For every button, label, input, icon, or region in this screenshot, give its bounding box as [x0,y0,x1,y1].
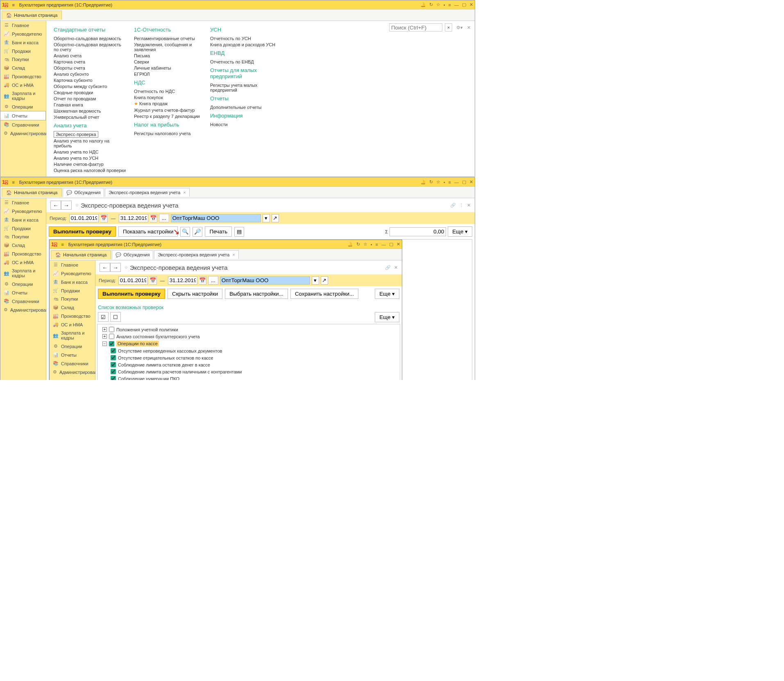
checkbox[interactable] [111,348,116,353]
calendar-icon[interactable]: 📅 [199,276,206,285]
report-link[interactable]: Регламентированные отчеты [134,35,204,41]
print-settings-icon[interactable]: ▤ [234,227,244,237]
star-icon[interactable]: ☆ [124,265,128,270]
report-link[interactable]: Анализ учета по НДС [54,149,127,155]
report-link[interactable]: Регистры налогового учета [134,130,204,136]
checkbox[interactable] [111,369,116,374]
tab-express-check[interactable]: Экспресс-проверка ведения учета × [154,250,238,259]
checkbox[interactable] [111,355,116,360]
report-link[interactable]: Книга продаж [134,100,204,107]
sidebar-item-10[interactable]: 📊Отчеты [50,351,95,359]
burger-icon[interactable]: ≡ [10,2,17,7]
filter-icon[interactable]: ≡ [376,242,378,247]
report-link[interactable]: Отчетность по НДС [134,88,204,94]
sidebar-item-2[interactable]: 🏦Банк и касса [50,278,95,286]
tab-express-check[interactable]: Экспресс-проверка ведения учета × [105,188,189,197]
sidebar-item-5[interactable]: 📦Склад [50,303,95,312]
report-link[interactable]: Отчетность по УСН [210,35,280,41]
minimize-icon[interactable]: — [454,2,459,7]
expand-icon[interactable]: + [102,334,107,339]
sidebar-item-3[interactable]: 🛒Продажи [0,224,46,233]
run-check-button[interactable]: Выполнить проверку [98,289,165,299]
minimize-icon[interactable]: — [454,180,459,185]
tab-discussions[interactable]: 💬 Обсуждения [112,250,153,259]
report-link[interactable]: Книга доходов и расходов УСН [210,41,280,48]
start-page-tab[interactable]: 🏠 Начальная страница [2,11,62,20]
dot-icon[interactable]: • [371,242,372,247]
link-icon[interactable]: 🔗 [450,203,456,208]
maximize-icon[interactable]: ▢ [462,179,466,185]
report-link[interactable]: Экспресс-проверка [54,131,98,138]
report-link[interactable]: Наличие счетов-фактур [54,161,127,167]
tab-close-icon[interactable]: × [232,252,235,257]
start-page-tab[interactable]: 🏠 Начальная страница [2,188,62,197]
report-link[interactable]: Сводные проводки [54,89,127,95]
nav-fwd-button[interactable]: → [110,263,121,272]
sidebar-item-6[interactable]: 🏭Производство [50,312,95,320]
checkbox[interactable] [111,376,116,380]
history-icon[interactable]: ↻ [356,242,360,247]
tree-row-child[interactable]: Соблюдение лимита расчетов наличными с к… [99,368,398,375]
report-link[interactable]: Оборотно-сальдовая ведомость [54,35,127,41]
check-all-icon[interactable]: ☑ [98,312,109,322]
sidebar-item-2[interactable]: 🏦Банк и касса [0,215,46,224]
dot-icon[interactable]: • [444,2,445,7]
sidebar-item-2[interactable]: 🏦Банк и касса [0,38,46,47]
save-settings-button[interactable]: Сохранить настройки... [290,289,358,299]
sidebar-item-9[interactable]: ⚙Операции [50,342,95,351]
tree-row-cash-ops[interactable]: − Операции по кассе [99,340,398,347]
run-check-button[interactable]: Выполнить проверку [49,226,116,237]
report-link[interactable]: Регистры учета малых предприятий [210,82,280,93]
sidebar-item-7[interactable]: 🚚ОС и НМА [0,81,46,89]
sidebar-item-10[interactable]: 📊Отчеты [0,288,46,297]
nav-back-button[interactable]: ← [50,201,61,210]
sidebar-item-5[interactable]: 📦Склад [0,63,46,72]
minimize-icon[interactable]: — [381,242,386,247]
nav-fwd-button[interactable]: → [61,201,72,210]
period-ellipsis-button[interactable]: ... [159,214,169,222]
sidebar-item-12[interactable]: ⚙Администрирование [0,129,46,138]
star-icon[interactable]: ☆ [436,2,440,7]
sidebar-item-0[interactable]: ☰Главное [50,260,95,269]
sidebar-item-9[interactable]: ⚙Операции [0,102,46,111]
report-link[interactable]: ЕГРЮЛ [134,71,204,77]
sidebar-item-0[interactable]: ☰Главное [0,21,46,29]
report-link[interactable]: Отчет по проводкам [54,95,127,102]
bell-icon[interactable]: 🔔 [420,179,426,185]
gear-icon[interactable]: ⚙▾ [456,25,463,30]
sidebar-item-6[interactable]: 🏭Производство [0,72,46,81]
date-to-input[interactable] [119,214,148,222]
close-icon[interactable]: ✕ [469,2,473,7]
org-open-icon[interactable]: ↗ [272,214,279,222]
report-link[interactable]: Обороты между субконто [54,83,127,89]
sidebar-item-7[interactable]: 🚚ОС и НМА [0,258,46,267]
sidebar-item-9[interactable]: ⚙Операции [0,280,46,288]
collapse-icon[interactable]: − [102,342,107,346]
report-link[interactable]: Книга покупок [134,94,204,100]
date-from-input[interactable] [118,276,148,285]
uncheck-all-icon[interactable]: ☐ [110,312,121,322]
sidebar-item-8[interactable]: 👥Зарплата и кадры [0,89,46,102]
search-input[interactable] [389,23,442,32]
report-link[interactable]: Сверки [134,59,204,65]
expand-icon[interactable]: + [102,327,107,332]
search-clear-icon[interactable]: × [445,23,452,32]
tree-row-child[interactable]: Соблюдение лимита остатков денег в кассе [99,361,398,368]
burger-icon[interactable]: ≡ [59,242,66,247]
close-icon[interactable]: ✕ [467,203,471,208]
more-button[interactable]: Еще ▾ [448,226,472,237]
burger-icon[interactable]: ≡ [10,180,17,185]
report-link[interactable]: Главная книга [54,102,127,108]
bell-icon[interactable]: 🔔 [420,2,426,7]
maximize-icon[interactable]: ▢ [462,2,466,7]
sidebar-item-12[interactable]: ⚙Администрирование [50,368,95,376]
sidebar-item-11[interactable]: 📚Справочники [0,297,46,305]
calendar-icon[interactable]: 📅 [150,276,157,285]
tree-row-analysis[interactable]: + Анализ состояния бухгалтерского учета [99,333,398,340]
report-link[interactable]: Оценка риска налоговой проверки [54,167,127,173]
sum-icon[interactable]: Σ [385,229,388,234]
tree-row-policy[interactable]: + Положения учетной политики [99,326,398,333]
filter-icon[interactable]: ≡ [449,2,451,7]
choose-settings-button[interactable]: Выбрать настройки... [225,289,288,299]
organization-input[interactable] [171,214,261,222]
